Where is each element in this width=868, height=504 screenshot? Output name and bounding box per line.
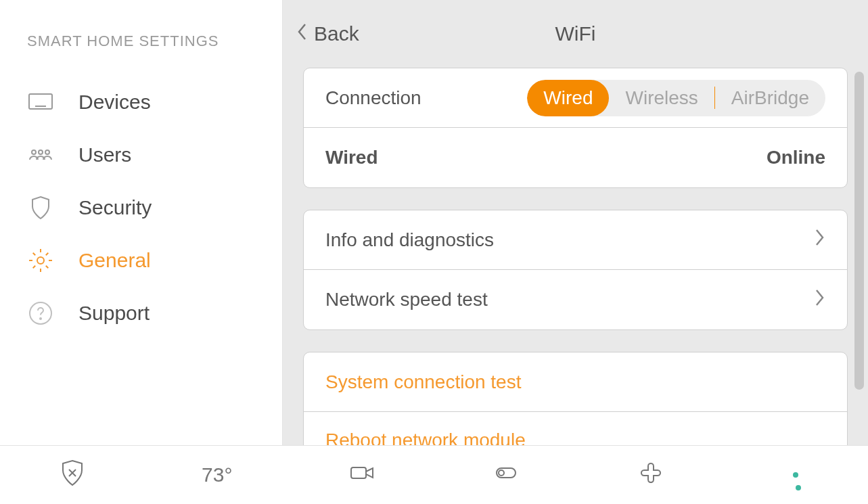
sidebar-item-label: Support (78, 302, 150, 325)
help-icon (27, 300, 54, 327)
row-label: Info and diagnostics (325, 229, 494, 251)
scroll-area: Connection Wired Wireless AirBridge Wire… (283, 68, 868, 445)
sidebar-item-support[interactable]: Support (27, 287, 282, 340)
svg-point-2 (32, 150, 36, 154)
temperature-shortcut[interactable]: 73° (177, 463, 258, 486)
gear-icon (27, 247, 54, 274)
status-value: Online (767, 147, 825, 168)
sidebar-item-label: Devices (78, 91, 151, 114)
security-shortcut[interactable] (32, 458, 113, 492)
shield-icon (27, 194, 54, 221)
sidebar-item-devices[interactable]: Devices (27, 76, 282, 129)
svg-rect-8 (351, 467, 366, 478)
users-icon (27, 141, 54, 168)
svg-point-4 (45, 150, 49, 154)
camera-shortcut[interactable] (321, 458, 403, 492)
scrollbar[interactable] (854, 72, 864, 390)
sidebar: SMART HOME SETTINGS Devices Users (0, 0, 283, 445)
info-diagnostics-row[interactable]: Info and diagnostics (304, 210, 847, 270)
page-title: WiFi (555, 22, 596, 45)
row-label: System connection test (325, 371, 521, 393)
connection-card: Connection Wired Wireless AirBridge Wire… (303, 68, 848, 188)
actions-card: System connection test Reboot network mo… (303, 352, 848, 445)
main-panel: Back WiFi Connection Wired Wireless AirB… (283, 0, 868, 445)
sidebar-item-label: Security (78, 196, 152, 219)
connection-status-row: Wired Online (304, 128, 847, 187)
sidebar-item-label: Users (78, 143, 131, 166)
system-connection-test-row[interactable]: System connection test (304, 352, 847, 412)
sidebar-item-security[interactable]: Security (27, 181, 282, 234)
back-button[interactable]: Back (296, 22, 359, 46)
chevron-right-icon (813, 288, 825, 312)
chevron-left-icon (296, 22, 309, 46)
connection-toggle: Wired Wireless AirBridge (527, 80, 825, 116)
connection-row: Connection Wired Wireless AirBridge (304, 68, 847, 128)
back-label: Back (314, 22, 359, 45)
more-dots-icon (793, 472, 798, 478)
speed-test-row[interactable]: Network speed test (304, 270, 847, 329)
svg-point-10 (499, 470, 504, 476)
main-header: Back WiFi (283, 0, 868, 68)
add-shortcut[interactable] (610, 458, 691, 492)
svg-point-7 (40, 318, 41, 319)
monitor-icon (27, 89, 54, 116)
diagnostics-card: Info and diagnostics Network speed test (303, 210, 848, 330)
connection-label: Connection (325, 87, 421, 109)
sidebar-item-label: General (78, 249, 151, 272)
shield-x-icon (58, 458, 87, 492)
chevron-right-icon (813, 228, 825, 252)
sidebar-item-general[interactable]: General (27, 234, 282, 287)
app-root: SMART HOME SETTINGS Devices Users (0, 0, 868, 445)
reboot-row-partial[interactable]: Reboot network module (304, 412, 847, 445)
svg-point-5 (37, 257, 44, 264)
temperature-value: 73° (202, 463, 232, 486)
toggle-shortcut[interactable] (465, 458, 547, 492)
status-label: Wired (325, 147, 378, 168)
sidebar-item-users[interactable]: Users (27, 129, 282, 181)
row-label: Reboot network module (325, 430, 526, 445)
sidebar-title: SMART HOME SETTINGS (27, 32, 282, 50)
bottom-bar: 73° (0, 445, 868, 504)
svg-point-3 (39, 150, 43, 154)
svg-rect-9 (497, 468, 516, 478)
more-shortcut[interactable] (755, 472, 836, 478)
camera-icon (347, 458, 377, 492)
segment-airbridge[interactable]: AirBridge (715, 80, 825, 116)
row-label: Network speed test (325, 289, 488, 311)
segment-wired[interactable]: Wired (527, 80, 609, 116)
segment-wireless[interactable]: Wireless (609, 80, 714, 116)
plus-icon (636, 458, 666, 492)
toggle-icon (491, 458, 521, 492)
